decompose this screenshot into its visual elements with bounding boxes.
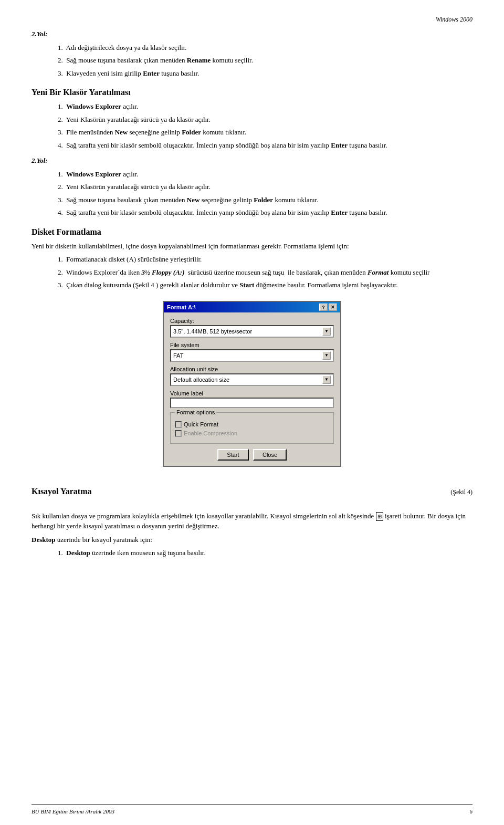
new-folder-list1: 1. Windows Explorer açılır. 2. Yeni Klas…: [47, 101, 472, 150]
footer-right: 6: [470, 808, 473, 814]
list-item: 1. Windows Explorer açılır.: [58, 169, 472, 180]
page-footer: BÜ BİM Eğitim Birimi /Aralık 2003 6: [32, 805, 472, 814]
list-item: 1. Formatlanacak disket (A) sürücüsüne y…: [58, 254, 472, 265]
list-item: 3. Çıkan dialog kutusunda (Şekil 4 ) ger…: [58, 280, 472, 290]
close-button[interactable]: Close: [253, 449, 287, 461]
format-options-title: Format options: [175, 409, 216, 415]
shortcut-list: 1. Desktop üzerinde iken mouseun sağ tuş…: [47, 548, 472, 558]
quick-format-label: Quick Format: [184, 421, 218, 427]
capacity-label: Capacity:: [170, 318, 334, 324]
format-dialog: Format A:\ ? ✕ Capacity: 3.5", 1.44MB, 5…: [163, 301, 341, 467]
capacity-dropdown-arrow[interactable]: ▼: [322, 327, 331, 336]
disk-format-intro: Yeni bir disketin kullanılabilmesi, için…: [32, 241, 472, 252]
new-folder-section: Yeni Bir Klasör Yaratılması 1. Windows E…: [32, 88, 472, 150]
filesystem-label: File system: [170, 342, 334, 348]
filesystem-value: FAT: [173, 352, 322, 359]
list-item: 1. Desktop üzerinde iken mouseun sağ tuş…: [58, 548, 472, 558]
list-item: 3. File menüsünden New seçeneğine gelini…: [58, 127, 472, 138]
allocation-label: Allocation unit size: [170, 366, 334, 372]
list-item: 3. Klavyeden yeni isim girilip Enter tuş…: [58, 68, 472, 79]
desktop-label: Desktop üzerinde bir kısayol yaratmak iç…: [32, 535, 472, 545]
quick-format-checkbox[interactable]: [175, 421, 182, 428]
page-header: Windows 2000: [32, 16, 472, 24]
caption-shortcut-row: Kısayol Yaratma (Şekil 4): [32, 477, 472, 500]
shortcut-title-left: Kısayol Yaratma: [32, 477, 92, 500]
shortcut-intro: Sık kullanılan dosya ve programlara kola…: [32, 511, 472, 531]
shortcut-icon: ⊞: [376, 512, 383, 521]
allocation-dropdown[interactable]: Default allocation size ▼: [170, 373, 334, 386]
start-button[interactable]: Start: [217, 449, 249, 461]
yol2-second-list: 1. Windows Explorer açılır. 2. Yeni Klas…: [47, 169, 472, 218]
list-item: 4. Sağ tarafta yeni bir klasör sembolü o…: [58, 207, 472, 218]
filesystem-dropdown[interactable]: FAT ▼: [170, 349, 334, 362]
dialog-title: Format A:\: [167, 304, 196, 310]
enable-compression-checkbox[interactable]: [175, 430, 182, 437]
shortcut-section: Sık kullanılan dosya ve programlara kola…: [32, 511, 472, 558]
filesystem-dropdown-arrow[interactable]: ▼: [322, 351, 331, 360]
capacity-value: 3.5", 1.44MB, 512 bytes/sector: [173, 328, 322, 335]
volume-label: Volume label: [170, 390, 334, 396]
list-item: 2. Windows Explorer`da iken 3½ Floppy (A…: [58, 267, 472, 278]
quick-format-row: Quick Format: [175, 421, 329, 428]
yol2-first-label: 2.Yol:: [32, 29, 472, 39]
yol2-second-label: 2.Yol:: [32, 155, 472, 166]
dialog-action-buttons: Start Close: [170, 449, 334, 461]
close-x-button[interactable]: ✕: [329, 304, 337, 311]
yol2-second-section: 2.Yol: 1. Windows Explorer açılır. 2. Ye…: [32, 155, 472, 218]
capacity-dropdown[interactable]: 3.5", 1.44MB, 512 bytes/sector ▼: [170, 325, 334, 338]
shortcut-title: Kısayol Yaratma: [32, 487, 92, 496]
dialog-content: Capacity: 3.5", 1.44MB, 512 bytes/sector…: [164, 312, 340, 466]
list-item: 1. Windows Explorer açılır.: [58, 101, 472, 112]
figure-caption: (Şekil 4): [450, 488, 472, 496]
enable-compression-row: Enable Compression: [175, 430, 329, 437]
allocation-value: Default allocation size: [173, 377, 322, 383]
enable-compression-label: Enable Compression: [184, 430, 237, 436]
list-item: 4. Sağ tarafta yeni bir klasör sembolü o…: [58, 140, 472, 151]
titlebar-buttons: ? ✕: [319, 304, 337, 311]
yol2-first-list: 1. Adı değiştirilecek dosya ya da klasör…: [47, 43, 472, 79]
allocation-dropdown-arrow[interactable]: ▼: [322, 375, 331, 384]
list-item: 2. Yeni Klasörün yaratılacağı sürücü ya …: [58, 182, 472, 192]
footer-left: BÜ BİM Eğitim Birimi /Aralık 2003: [32, 808, 114, 814]
list-item: 2. Sağ mouse tuşuna basılarak çıkan menü…: [58, 55, 472, 66]
dialog-container: Format A:\ ? ✕ Capacity: 3.5", 1.44MB, 5…: [32, 301, 472, 467]
format-options-group: Format options Quick Format Enable Compr…: [170, 412, 334, 444]
disk-format-title: Disket Formatlama: [32, 227, 472, 237]
disk-format-section: Disket Formatlama Yeni bir disketin kull…: [32, 227, 472, 290]
list-item: 1. Adı değiştirilecek dosya ya da klasör…: [58, 43, 472, 53]
list-item: 3. Sağ mouse tuşuna basılarak çıkan menü…: [58, 195, 472, 205]
list-item: 2. Yeni Klasörün yaratılacağı sürücü ya …: [58, 114, 472, 125]
header-title: Windows 2000: [436, 16, 472, 23]
volume-textbox[interactable]: [170, 398, 334, 408]
new-folder-title: Yeni Bir Klasör Yaratılması: [32, 88, 472, 97]
dialog-titlebar: Format A:\ ? ✕: [164, 302, 340, 312]
disk-format-list: 1. Formatlanacak disket (A) sürücüsüne y…: [47, 254, 472, 290]
help-button[interactable]: ?: [319, 304, 328, 311]
yol2-first-section: 2.Yol: 1. Adı değiştirilecek dosya ya da…: [32, 29, 472, 78]
